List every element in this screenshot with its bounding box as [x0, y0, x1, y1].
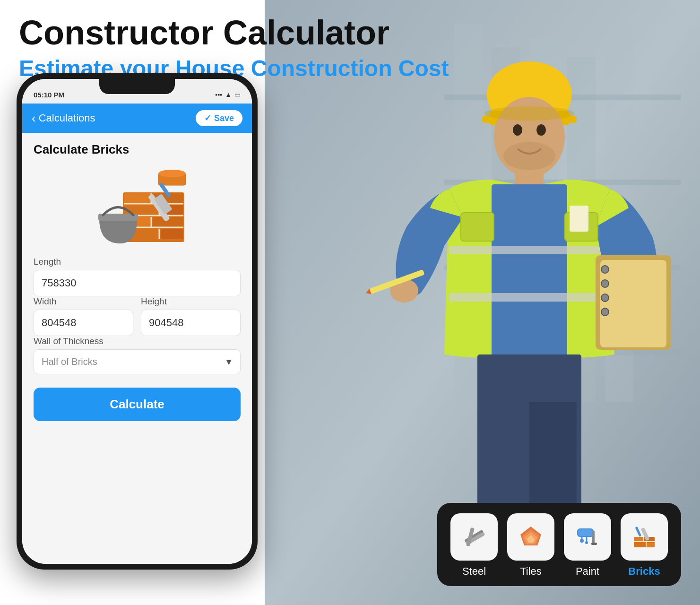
paint-icon-box — [564, 513, 611, 561]
svg-rect-37 — [570, 206, 588, 232]
length-field-group: Length 758330 — [34, 257, 241, 296]
svg-point-38 — [484, 106, 574, 121]
svg-rect-22 — [600, 260, 666, 347]
bricks-icon — [630, 523, 658, 551]
tiles-label: Tiles — [520, 565, 542, 578]
status-icons: ▪▪▪ ▲ ▭ — [215, 91, 241, 98]
signal-icon: ▪▪▪ — [215, 91, 222, 98]
phone-content: Calculate Bricks — [22, 133, 252, 564]
brick-svg — [85, 164, 189, 247]
length-label: Length — [34, 257, 241, 267]
toolbar-item-bricks[interactable]: Bricks — [621, 513, 668, 578]
height-input[interactable]: 904548 — [141, 310, 241, 336]
steel-icon-box — [450, 513, 498, 561]
toolbar-item-tiles[interactable]: Tiles — [507, 513, 554, 578]
svg-rect-35 — [461, 213, 494, 241]
save-check-icon: ✓ — [204, 113, 211, 123]
svg-point-57 — [158, 170, 186, 177]
tiles-icon-box — [507, 513, 554, 561]
svg-rect-47 — [161, 229, 183, 239]
bricks-icon-box — [621, 513, 668, 561]
steel-icon — [460, 523, 488, 551]
save-label: Save — [214, 113, 234, 123]
svg-rect-79 — [647, 543, 655, 547]
nav-back-button[interactable]: ‹ Calculations — [32, 111, 95, 126]
width-field-group: Width 804548 — [34, 296, 133, 336]
svg-rect-84 — [635, 527, 642, 537]
thickness-label: Wall of Thickness — [34, 336, 241, 346]
svg-point-24 — [601, 280, 609, 287]
calculate-button[interactable]: Calculate — [34, 388, 241, 421]
wifi-icon: ▲ — [225, 91, 232, 98]
paint-label: Paint — [576, 565, 599, 578]
svg-rect-40 — [124, 193, 151, 204]
width-label: Width — [34, 296, 133, 307]
nav-back-label: Calculations — [39, 112, 95, 124]
battery-icon: ▭ — [234, 91, 241, 98]
phone-screen: 05:10 PM ▪▪▪ ▲ ▭ ‹ Calculations ✓ Save — [22, 79, 252, 564]
status-time: 05:10 PM — [34, 91, 64, 99]
paint-icon — [573, 523, 602, 551]
steel-label: Steel — [462, 565, 486, 578]
svg-point-23 — [601, 266, 609, 273]
screen-heading: Calculate Bricks — [34, 142, 241, 157]
app-title: Constructor Calculator — [19, 14, 449, 52]
bricks-label: Bricks — [628, 565, 660, 578]
thickness-select[interactable]: Half of Bricks — [34, 349, 241, 374]
svg-point-14 — [513, 124, 522, 136]
back-arrow-icon: ‹ — [32, 111, 36, 126]
svg-rect-72 — [591, 543, 597, 545]
svg-rect-20 — [449, 293, 610, 302]
svg-rect-71 — [592, 531, 595, 543]
height-field-group: Height 904548 — [141, 296, 241, 336]
toolbar-item-steel[interactable]: Steel — [450, 513, 498, 578]
svg-point-15 — [536, 124, 546, 136]
width-input[interactable]: 804548 — [34, 310, 133, 336]
svg-rect-76 — [634, 537, 643, 542]
bottom-toolbar: Steel Tiles — [437, 503, 681, 586]
brick-illustration-area — [34, 162, 241, 249]
header-section: Constructor Calculator Estimate your Hou… — [19, 14, 449, 81]
svg-rect-70 — [578, 529, 593, 536]
nav-bar: ‹ Calculations ✓ Save — [22, 104, 252, 133]
phone-mockup: 05:10 PM ▪▪▪ ▲ ▭ ‹ Calculations ✓ Save — [17, 73, 258, 570]
svg-rect-18 — [492, 184, 567, 359]
svg-point-26 — [601, 308, 609, 316]
svg-point-16 — [503, 142, 555, 170]
svg-point-25 — [601, 294, 609, 302]
thickness-select-wrapper: Half of Bricks ▼ — [34, 349, 241, 374]
phone-outer-shell: 05:10 PM ▪▪▪ ▲ ▭ ‹ Calculations ✓ Save — [17, 73, 258, 570]
tiles-icon — [517, 523, 545, 551]
svg-rect-78 — [634, 543, 646, 547]
toolbar-item-paint[interactable]: Paint — [564, 513, 611, 578]
height-label: Height — [141, 296, 241, 307]
phone-notch — [99, 79, 175, 94]
width-height-row: Width 804548 Height 904548 — [34, 296, 241, 336]
length-input[interactable]: 758330 — [34, 270, 241, 296]
svg-rect-19 — [449, 246, 610, 254]
save-button[interactable]: ✓ Save — [196, 110, 242, 126]
thickness-field-group: Wall of Thickness Half of Bricks ▼ — [34, 336, 241, 374]
